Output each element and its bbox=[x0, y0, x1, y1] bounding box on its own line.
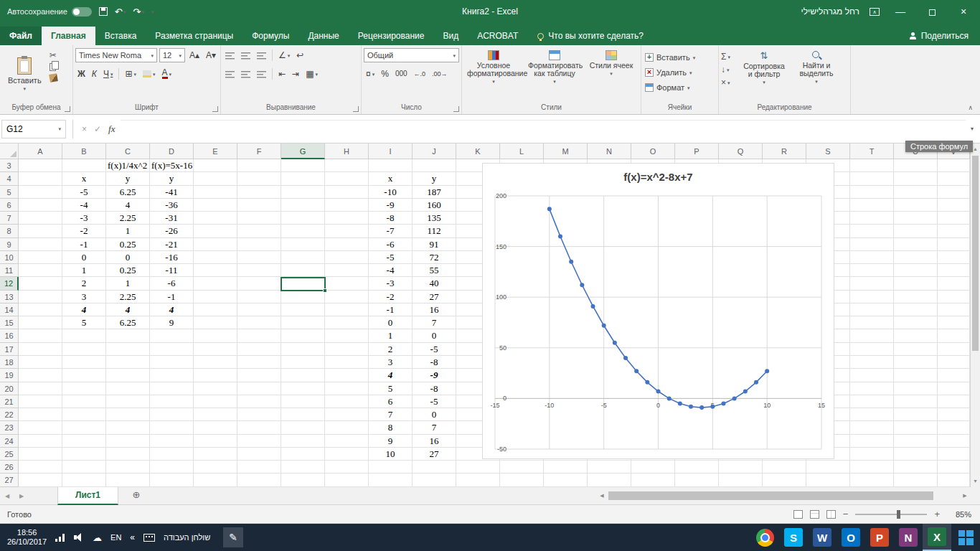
cell-E13[interactable] bbox=[194, 291, 237, 303]
cell-I13[interactable]: -2 bbox=[369, 291, 413, 303]
clear-button[interactable]: ×▾ bbox=[721, 77, 737, 88]
cell-D9[interactable]: -21 bbox=[150, 238, 194, 251]
cell-H24[interactable] bbox=[325, 435, 369, 448]
cell-T9[interactable] bbox=[850, 238, 894, 251]
align-center-button[interactable] bbox=[239, 70, 253, 79]
fill-color-button[interactable]: ▾ bbox=[141, 70, 158, 78]
cancel-button[interactable]: × bbox=[82, 124, 87, 134]
cell-U20[interactable] bbox=[894, 382, 938, 395]
cell-T23[interactable] bbox=[850, 421, 894, 434]
cell-B21[interactable] bbox=[62, 395, 106, 408]
redo-button[interactable]: ↷▾ bbox=[133, 7, 143, 17]
hscroll-right-button[interactable]: ▶ bbox=[960, 493, 970, 499]
cell-H12[interactable] bbox=[325, 277, 369, 290]
cell-H14[interactable] bbox=[325, 303, 369, 316]
cell-A8[interactable] bbox=[19, 225, 62, 237]
cell-G15[interactable] bbox=[281, 316, 325, 329]
autosum-button[interactable]: Σ▾ bbox=[721, 52, 737, 62]
cell-C12[interactable]: 1 bbox=[106, 277, 150, 290]
cell-D24[interactable] bbox=[150, 435, 194, 448]
cell-U25[interactable] bbox=[894, 448, 938, 461]
cell-T18[interactable] bbox=[850, 356, 894, 369]
normal-view-button[interactable] bbox=[793, 510, 803, 519]
cell-G13[interactable] bbox=[281, 291, 325, 303]
cell-C5[interactable]: 6.25 bbox=[106, 186, 150, 199]
cell-D18[interactable] bbox=[150, 356, 194, 369]
cell-L27[interactable] bbox=[500, 474, 544, 486]
cell-J12[interactable]: 40 bbox=[413, 277, 456, 290]
cell-C17[interactable] bbox=[106, 343, 150, 356]
cell-G24[interactable] bbox=[281, 435, 325, 448]
align-middle-button[interactable] bbox=[239, 51, 253, 60]
align-top-button[interactable] bbox=[223, 51, 237, 60]
cell-I19[interactable]: 4 bbox=[369, 369, 413, 382]
cell-S26[interactable] bbox=[806, 461, 850, 474]
cell-F14[interactable] bbox=[237, 303, 281, 316]
cell-U9[interactable] bbox=[894, 238, 938, 251]
chart-title[interactable]: f(x)=x^2-8x+7 bbox=[483, 171, 834, 183]
cell-A22[interactable] bbox=[19, 408, 62, 421]
cell-D19[interactable] bbox=[150, 369, 194, 382]
zoom-percentage[interactable]: 85% bbox=[947, 510, 971, 519]
cell-D27[interactable] bbox=[150, 474, 194, 486]
cell-U16[interactable] bbox=[894, 329, 938, 342]
cell-I12[interactable]: -3 bbox=[369, 277, 413, 290]
alignment-dialog-launcher[interactable] bbox=[353, 106, 359, 112]
cell-U7[interactable] bbox=[894, 212, 938, 225]
cell-U22[interactable] bbox=[894, 408, 938, 421]
cell-I17[interactable]: 2 bbox=[369, 343, 413, 356]
cell-H22[interactable] bbox=[325, 408, 369, 421]
cell-U15[interactable] bbox=[894, 316, 938, 329]
cell-B10[interactable]: 0 bbox=[62, 251, 106, 264]
cell-V16[interactable] bbox=[938, 329, 970, 342]
cell-H18[interactable] bbox=[325, 356, 369, 369]
row-header-24[interactable]: 24 bbox=[0, 435, 19, 448]
cell-C18[interactable] bbox=[106, 356, 150, 369]
column-header-M[interactable]: M bbox=[544, 143, 588, 159]
cell-A19[interactable] bbox=[19, 369, 62, 382]
name-box[interactable]: G12 ▾ bbox=[1, 120, 66, 138]
cell-V25[interactable] bbox=[938, 448, 970, 461]
cell-H6[interactable] bbox=[325, 199, 369, 212]
column-header-D[interactable]: D bbox=[150, 143, 194, 159]
cell-styles-button[interactable]: Стили ячеек ▾ bbox=[586, 47, 636, 100]
expand-formula-bar-button[interactable]: ▾ bbox=[966, 126, 979, 132]
row-header-6[interactable]: 6 bbox=[0, 199, 19, 212]
cell-C7[interactable]: 2.25 bbox=[106, 212, 150, 225]
row-header-23[interactable]: 23 bbox=[0, 421, 19, 434]
row-header-12[interactable]: 12 bbox=[0, 277, 19, 290]
row-header-4[interactable]: 4 bbox=[0, 172, 19, 185]
cell-J6[interactable]: 160 bbox=[413, 199, 456, 212]
autosave-switch-icon[interactable] bbox=[72, 7, 92, 17]
page-layout-view-button[interactable] bbox=[810, 510, 819, 519]
cell-E5[interactable] bbox=[194, 186, 237, 199]
cell-V23[interactable] bbox=[938, 421, 970, 434]
cell-J24[interactable]: 16 bbox=[413, 435, 456, 448]
cell-E16[interactable] bbox=[194, 329, 237, 342]
cell-G7[interactable] bbox=[281, 212, 325, 225]
cell-J26[interactable] bbox=[413, 461, 456, 474]
share-button[interactable]: Поделиться bbox=[910, 27, 980, 45]
bold-button[interactable]: Ж bbox=[75, 67, 88, 80]
cell-E14[interactable] bbox=[194, 303, 237, 316]
cell-B9[interactable]: -1 bbox=[62, 238, 106, 251]
cell-C9[interactable]: 0.25 bbox=[106, 238, 150, 251]
cell-D23[interactable] bbox=[150, 421, 194, 434]
cell-Q26[interactable] bbox=[719, 461, 763, 474]
decrease-indent-button[interactable]: ⇤ bbox=[276, 67, 288, 80]
cell-D10[interactable]: -16 bbox=[150, 251, 194, 264]
cell-H5[interactable] bbox=[325, 186, 369, 199]
cell-G22[interactable] bbox=[281, 408, 325, 421]
row-header-9[interactable]: 9 bbox=[0, 238, 19, 251]
column-header-S[interactable]: S bbox=[806, 143, 850, 159]
cell-B3[interactable] bbox=[62, 159, 106, 172]
cell-G27[interactable] bbox=[281, 474, 325, 486]
cell-M26[interactable] bbox=[544, 461, 588, 474]
enter-button[interactable]: ✓ bbox=[94, 124, 101, 134]
cell-T3[interactable] bbox=[850, 159, 894, 172]
column-header-B[interactable]: B bbox=[62, 143, 106, 159]
desktop-toolbar-label[interactable]: שולחן העבודה bbox=[164, 533, 210, 542]
cell-G3[interactable] bbox=[281, 159, 325, 172]
cell-D3[interactable]: f(x)=5x-16 bbox=[150, 159, 194, 172]
cell-B7[interactable]: -3 bbox=[62, 212, 106, 225]
